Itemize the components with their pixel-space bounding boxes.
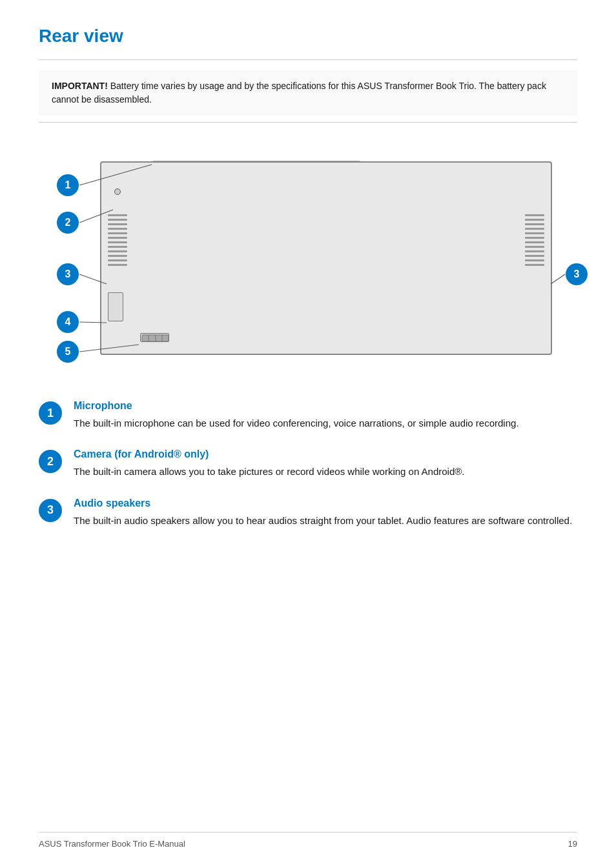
svg-line-8 [551, 274, 565, 284]
item-badge-1: 1 [39, 401, 62, 425]
diagram-badge-5: 5 [57, 341, 79, 363]
important-text: IMPORTANT! Battery time varies by usage … [52, 79, 564, 106]
diagram-badge-1: 1 [57, 174, 79, 196]
page-container: Rear view IMPORTANT! Battery time varies… [0, 0, 616, 868]
page-title: Rear view [39, 26, 577, 46]
page-footer: ASUS Transformer Book Trio E-Manual 19 [39, 832, 577, 849]
speaker-grille-left [108, 214, 127, 279]
diagram-badge-3-left: 3 [57, 263, 79, 285]
diagram-badge-3-right: 3 [566, 263, 588, 285]
item-desc-1: The built-in microphone can be used for … [74, 416, 577, 430]
item-content-2: Camera (for Android® only) The built-in … [74, 449, 577, 479]
important-body: Battery time varies by usage and by the … [52, 81, 546, 105]
item-badge-3: 3 [39, 499, 62, 522]
microphone-line-svg [153, 151, 360, 163]
important-label: IMPORTANT! [52, 81, 108, 91]
item-title-1: Microphone [74, 400, 577, 412]
diagram-area: 1 2 3 4 5 [39, 142, 577, 374]
item-title-2: Camera (for Android® only) [74, 449, 577, 460]
battery-connector [140, 333, 169, 342]
footer-page: 19 [568, 839, 577, 849]
item-desc-3: The built-in audio speakers allow you to… [74, 513, 577, 528]
item-row-1: 1 Microphone The built-in microphone can… [39, 400, 577, 430]
item-title-3: Audio speakers [74, 498, 577, 509]
battery-svg [141, 334, 170, 343]
item-badge-2: 2 [39, 450, 62, 473]
diagram-badge-2: 2 [57, 212, 79, 234]
device-illustration [100, 161, 552, 355]
top-divider [39, 59, 577, 60]
item-content-3: Audio speakers The built-in audio speake… [74, 498, 577, 528]
bottom-divider [39, 122, 577, 123]
diagram-badge-4: 4 [57, 311, 79, 333]
item-content-1: Microphone The built-in microphone can b… [74, 400, 577, 430]
usb-connector [108, 292, 123, 321]
speaker-grille-right [525, 214, 544, 279]
camera-indicator [114, 188, 121, 195]
item-row-3: 3 Audio speakers The built-in audio spea… [39, 498, 577, 528]
footer-text: ASUS Transformer Book Trio E-Manual [39, 839, 185, 849]
important-box: IMPORTANT! Battery time varies by usage … [39, 70, 577, 116]
item-row-2: 2 Camera (for Android® only) The built-i… [39, 449, 577, 479]
item-desc-2: The built-in camera allows you to take p… [74, 464, 577, 479]
items-section: 1 Microphone The built-in microphone can… [39, 400, 577, 528]
